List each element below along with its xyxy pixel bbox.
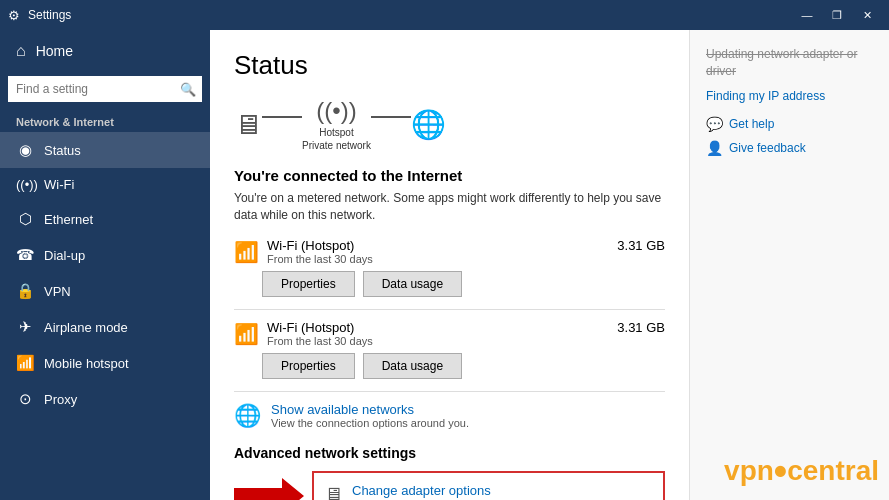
- feedback-label: Give feedback: [729, 141, 806, 155]
- computer-icon: 🖥: [234, 108, 262, 141]
- properties-button-1[interactable]: Properties: [262, 271, 355, 297]
- network-card-1-left: 📶 Wi-Fi (Hotspot) From the last 30 days: [234, 238, 373, 265]
- main-content: Status 🖥 ((•)) Hotspot Private network 🌐…: [210, 30, 689, 500]
- help-icon: 💬: [706, 116, 723, 132]
- faded-link: Updating network adapter or driver: [706, 46, 873, 80]
- home-icon: ⌂: [16, 42, 26, 60]
- network-size-1: 3.31 GB: [617, 238, 665, 253]
- get-help-label: Get help: [729, 117, 774, 131]
- show-networks[interactable]: 🌐 Show available networks View the conne…: [234, 402, 665, 429]
- close-button[interactable]: ✕: [853, 5, 881, 25]
- sidebar-item-dialup-label: Dial-up: [44, 248, 85, 263]
- airplane-icon: ✈: [16, 318, 34, 336]
- network-card-2-left: 📶 Wi-Fi (Hotspot) From the last 30 days: [234, 320, 373, 347]
- sidebar-item-vpn[interactable]: 🔒 VPN: [0, 273, 210, 309]
- show-networks-sub: View the connection options around you.: [271, 417, 469, 429]
- svg-marker-0: [234, 478, 304, 500]
- app-body: ⌂ Home 🔍 Network & Internet ◉ Status ((•…: [0, 30, 889, 500]
- sidebar-item-wifi[interactable]: ((•)) Wi-Fi: [0, 168, 210, 201]
- globe-icon: 🌐: [234, 403, 261, 429]
- network-size-2: 3.31 GB: [617, 320, 665, 335]
- adapter-title: Change adapter options: [352, 483, 624, 498]
- proxy-icon: ⊙: [16, 390, 34, 408]
- network-card-2-buttons: Properties Data usage: [262, 353, 665, 379]
- connected-sub: You're on a metered network. Some apps m…: [234, 190, 665, 224]
- titlebar: ⚙ Settings — ❐ ✕: [0, 0, 889, 30]
- sidebar-home[interactable]: ⌂ Home: [0, 30, 210, 72]
- help-section: 💬 Get help 👤 Give feedback: [706, 116, 873, 156]
- connected-text: You're connected to the Internet: [234, 167, 665, 184]
- sidebar-item-airplane[interactable]: ✈ Airplane mode: [0, 309, 210, 345]
- network-name-2: Wi-Fi (Hotspot): [267, 320, 373, 335]
- advanced-heading: Advanced network settings: [234, 445, 665, 461]
- maximize-button[interactable]: ❐: [823, 5, 851, 25]
- sidebar-item-ethernet[interactable]: ⬡ Ethernet: [0, 201, 210, 237]
- ethernet-icon: ⬡: [16, 210, 34, 228]
- sidebar-item-proxy[interactable]: ⊙ Proxy: [0, 381, 210, 417]
- device-globe: 🌐: [411, 108, 446, 141]
- arrow-svg: [234, 478, 304, 500]
- network-diagram: 🖥 ((•)) Hotspot Private network 🌐: [234, 97, 665, 151]
- device-computer: 🖥: [234, 108, 262, 141]
- sidebar-item-wifi-label: Wi-Fi: [44, 177, 74, 192]
- status-icon: ◉: [16, 141, 34, 159]
- feedback-icon: 👤: [706, 140, 723, 156]
- wifi-card-icon-2: 📶: [234, 322, 259, 346]
- hotspot-icon: 📶: [16, 354, 34, 372]
- network-sub-1: From the last 30 days: [267, 253, 373, 265]
- sidebar-section-heading: Network & Internet: [0, 110, 210, 132]
- line1: [262, 116, 302, 118]
- titlebar-title: Settings: [28, 8, 71, 22]
- vpn-icon: 🔒: [16, 282, 34, 300]
- data-usage-button-2[interactable]: Data usage: [363, 353, 462, 379]
- right-panel: Updating network adapter or driver Findi…: [689, 30, 889, 500]
- get-help-item[interactable]: 💬 Get help: [706, 116, 873, 132]
- sidebar-item-airplane-label: Airplane mode: [44, 320, 128, 335]
- wifi-nav-icon: ((•)): [16, 177, 34, 192]
- adapter-icon: 🖥: [324, 484, 342, 500]
- divider-1: [234, 309, 665, 310]
- network-card-2-info: Wi-Fi (Hotspot) From the last 30 days: [267, 320, 373, 347]
- network-card-1: 📶 Wi-Fi (Hotspot) From the last 30 days …: [234, 238, 665, 297]
- sidebar-home-label: Home: [36, 43, 73, 59]
- sidebar-search-container: 🔍: [8, 76, 202, 102]
- page-title: Status: [234, 50, 665, 81]
- data-usage-button-1[interactable]: Data usage: [363, 271, 462, 297]
- network-card-1-info: Wi-Fi (Hotspot) From the last 30 days: [267, 238, 373, 265]
- red-arrow: [234, 478, 304, 500]
- search-icon: 🔍: [180, 82, 196, 97]
- settings-icon: ⚙: [8, 8, 20, 23]
- sidebar-item-hotspot[interactable]: 📶 Mobile hotspot: [0, 345, 210, 381]
- sidebar: ⌂ Home 🔍 Network & Internet ◉ Status ((•…: [0, 30, 210, 500]
- line2: [371, 116, 411, 118]
- network-name-1: Wi-Fi (Hotspot): [267, 238, 373, 253]
- adapter-row: 🖥 Change adapter options View network ad…: [234, 471, 665, 500]
- titlebar-controls: — ❐ ✕: [793, 5, 881, 25]
- hotspot-label: Hotspot: [319, 127, 353, 138]
- sidebar-item-ethernet-label: Ethernet: [44, 212, 93, 227]
- show-networks-info: Show available networks View the connect…: [271, 402, 469, 429]
- sidebar-item-proxy-label: Proxy: [44, 392, 77, 407]
- network-card-2-header: 📶 Wi-Fi (Hotspot) From the last 30 days …: [234, 320, 665, 347]
- sidebar-item-status[interactable]: ◉ Status: [0, 132, 210, 168]
- sidebar-item-vpn-label: VPN: [44, 284, 71, 299]
- setting-item-adapter[interactable]: 🖥 Change adapter options View network ad…: [312, 471, 665, 500]
- hotspot-diagram-icon: ((•)): [316, 97, 356, 125]
- network-card-2: 📶 Wi-Fi (Hotspot) From the last 30 days …: [234, 320, 665, 379]
- search-input[interactable]: [8, 76, 202, 102]
- hotspot-sub: Private network: [302, 140, 371, 151]
- divider-2: [234, 391, 665, 392]
- minimize-button[interactable]: —: [793, 5, 821, 25]
- titlebar-left: ⚙ Settings: [8, 8, 71, 23]
- adapter-info: Change adapter options View network adap…: [352, 483, 624, 500]
- ip-link[interactable]: Finding my IP address: [706, 88, 873, 105]
- dialup-icon: ☎: [16, 246, 34, 264]
- feedback-item[interactable]: 👤 Give feedback: [706, 140, 873, 156]
- network-sub-2: From the last 30 days: [267, 335, 373, 347]
- sidebar-item-hotspot-label: Mobile hotspot: [44, 356, 129, 371]
- sidebar-item-status-label: Status: [44, 143, 81, 158]
- wifi-card-icon-1: 📶: [234, 240, 259, 264]
- show-networks-title: Show available networks: [271, 402, 469, 417]
- properties-button-2[interactable]: Properties: [262, 353, 355, 379]
- sidebar-item-dialup[interactable]: ☎ Dial-up: [0, 237, 210, 273]
